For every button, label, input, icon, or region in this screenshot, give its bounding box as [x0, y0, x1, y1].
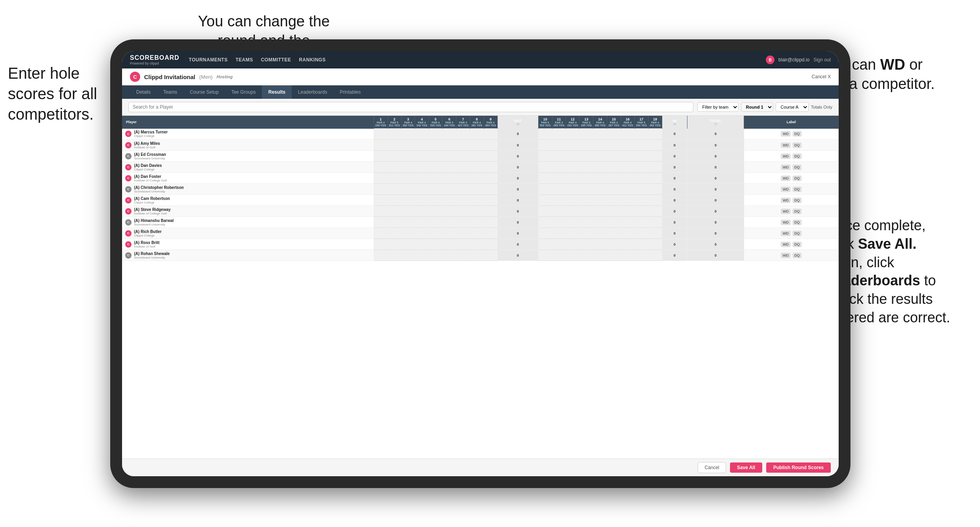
score-h12-player3[interactable]	[566, 162, 580, 173]
score-h3-player9[interactable]	[401, 228, 415, 239]
score-h10-player8[interactable]	[538, 217, 552, 228]
score-h6-player10[interactable]	[443, 239, 456, 250]
score-h17-player1[interactable]	[634, 140, 648, 151]
score-h1-player4[interactable]	[374, 173, 387, 184]
round-select[interactable]: Round 1	[741, 102, 773, 112]
score-h8-player1[interactable]	[470, 140, 484, 151]
score-h8-player11[interactable]	[470, 250, 484, 261]
score-h4-player6[interactable]	[415, 195, 429, 206]
filter-team-select[interactable]: Filter by team	[697, 102, 739, 112]
score-h14-player5[interactable]	[593, 184, 607, 195]
score-h9-player7[interactable]	[484, 206, 497, 217]
score-h8-player9[interactable]	[470, 228, 484, 239]
wd-button[interactable]: WD	[781, 198, 791, 203]
score-h17-player9[interactable]	[634, 228, 648, 239]
score-h8-player3[interactable]	[470, 162, 484, 173]
score-h18-player11[interactable]	[648, 250, 662, 261]
score-h11-player7[interactable]	[552, 206, 566, 217]
score-h11-player0[interactable]	[552, 129, 566, 140]
score-h16-player6[interactable]	[621, 195, 635, 206]
score-h17-player11[interactable]	[634, 250, 648, 261]
score-h9-player10[interactable]	[484, 239, 497, 250]
dq-button[interactable]: DQ	[793, 253, 802, 258]
score-h15-player11[interactable]	[607, 250, 621, 261]
score-h4-player9[interactable]	[415, 228, 429, 239]
dq-button[interactable]: DQ	[793, 231, 802, 236]
publish-button[interactable]: Publish Round Scores	[766, 462, 831, 473]
score-h4-player3[interactable]	[415, 162, 429, 173]
wd-button[interactable]: WD	[781, 253, 791, 258]
score-h6-player7[interactable]	[443, 206, 456, 217]
score-h7-player3[interactable]	[456, 162, 470, 173]
score-h3-player4[interactable]	[401, 173, 415, 184]
score-h10-player2[interactable]	[538, 151, 552, 162]
cancel-button-bottom[interactable]: Cancel	[698, 462, 726, 473]
score-h18-player3[interactable]	[648, 162, 662, 173]
score-h7-player11[interactable]	[456, 250, 470, 261]
score-h7-player8[interactable]	[456, 217, 470, 228]
score-h4-player0[interactable]	[415, 129, 429, 140]
score-h18-player10[interactable]	[648, 239, 662, 250]
score-h12-player8[interactable]	[566, 217, 580, 228]
score-h4-player10[interactable]	[415, 239, 429, 250]
score-h8-player8[interactable]	[470, 217, 484, 228]
score-h9-player8[interactable]	[484, 217, 497, 228]
score-h6-player8[interactable]	[443, 217, 456, 228]
score-h2-player9[interactable]	[387, 228, 401, 239]
score-h11-player9[interactable]	[552, 228, 566, 239]
dq-button[interactable]: DQ	[793, 165, 802, 170]
tab-details[interactable]: Details	[130, 85, 157, 99]
score-h9-player4[interactable]	[484, 173, 497, 184]
score-h16-player9[interactable]	[621, 228, 635, 239]
score-h11-player10[interactable]	[552, 239, 566, 250]
score-h7-player5[interactable]	[456, 184, 470, 195]
sign-out-link[interactable]: Sign out	[813, 57, 831, 63]
score-h18-player2[interactable]	[648, 151, 662, 162]
score-h10-player7[interactable]	[538, 206, 552, 217]
score-h13-player2[interactable]	[580, 151, 593, 162]
score-h9-player2[interactable]	[484, 151, 497, 162]
score-h12-player1[interactable]	[566, 140, 580, 151]
score-h16-player10[interactable]	[621, 239, 635, 250]
score-h6-player9[interactable]	[443, 228, 456, 239]
score-h4-player2[interactable]	[415, 151, 429, 162]
score-h16-player1[interactable]	[621, 140, 635, 151]
score-h10-player0[interactable]	[538, 129, 552, 140]
dq-button[interactable]: DQ	[793, 176, 802, 181]
score-h8-player4[interactable]	[470, 173, 484, 184]
score-h13-player6[interactable]	[580, 195, 593, 206]
score-h11-player5[interactable]	[552, 184, 566, 195]
score-h17-player3[interactable]	[634, 162, 648, 173]
score-h6-player5[interactable]	[443, 184, 456, 195]
score-h12-player10[interactable]	[566, 239, 580, 250]
score-h15-player4[interactable]	[607, 173, 621, 184]
cancel-button-top[interactable]: Cancel X	[811, 74, 831, 80]
score-h18-player6[interactable]	[648, 195, 662, 206]
score-h11-player6[interactable]	[552, 195, 566, 206]
nav-committee[interactable]: COMMITTEE	[261, 57, 291, 63]
score-h15-player8[interactable]	[607, 217, 621, 228]
score-h5-player6[interactable]	[429, 195, 443, 206]
dq-button[interactable]: DQ	[793, 220, 802, 225]
score-h13-player11[interactable]	[580, 250, 593, 261]
score-h14-player7[interactable]	[593, 206, 607, 217]
score-h15-player2[interactable]	[607, 151, 621, 162]
score-h13-player4[interactable]	[580, 173, 593, 184]
score-h14-player9[interactable]	[593, 228, 607, 239]
score-h16-player2[interactable]	[621, 151, 635, 162]
score-h4-player7[interactable]	[415, 206, 429, 217]
tab-printables[interactable]: Printables	[333, 85, 367, 99]
score-h10-player9[interactable]	[538, 228, 552, 239]
score-h4-player4[interactable]	[415, 173, 429, 184]
score-h18-player7[interactable]	[648, 206, 662, 217]
score-h3-player3[interactable]	[401, 162, 415, 173]
wd-button[interactable]: WD	[781, 165, 791, 170]
score-h15-player5[interactable]	[607, 184, 621, 195]
wd-button[interactable]: WD	[781, 231, 791, 236]
score-h11-player4[interactable]	[552, 173, 566, 184]
score-h13-player7[interactable]	[580, 206, 593, 217]
score-h11-player8[interactable]	[552, 217, 566, 228]
wd-button[interactable]: WD	[781, 209, 791, 214]
score-h2-player5[interactable]	[387, 184, 401, 195]
tab-results[interactable]: Results	[262, 85, 291, 99]
